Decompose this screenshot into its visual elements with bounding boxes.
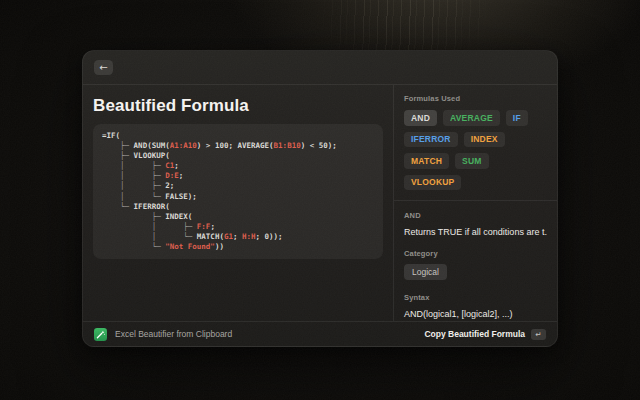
category-label: Category bbox=[404, 249, 547, 258]
function-description: Returns TRUE if all conditions are t... bbox=[404, 227, 547, 237]
back-arrow-icon: ← bbox=[99, 63, 107, 73]
page-title: Beautified Formula bbox=[93, 96, 383, 116]
formula-line: └─ IFERROR( bbox=[102, 202, 374, 212]
formula-tag-index[interactable]: INDEX bbox=[464, 132, 505, 148]
formula-line: =IF( bbox=[102, 131, 374, 141]
app-name: Excel Beautifier from Clipboard bbox=[115, 329, 232, 339]
formula-code-block: =IF( ├─ AND(SUM(A1:A10) > 100; AVERAGE(B… bbox=[93, 124, 383, 259]
formula-line: │ ├─ D:E; bbox=[102, 171, 374, 181]
function-name-label: AND bbox=[404, 211, 547, 220]
formula-line: ├─ VLOOKUP( bbox=[102, 151, 374, 161]
formula-line: │ └─ FALSE); bbox=[102, 192, 374, 202]
back-button[interactable]: ← bbox=[94, 60, 113, 75]
window-main: Beautified Formula =IF( ├─ AND(SUM(A1:A1… bbox=[83, 85, 557, 321]
formula-tag-vlookup[interactable]: VLOOKUP bbox=[404, 175, 461, 191]
formula-tag-if[interactable]: IF bbox=[506, 110, 528, 126]
enter-key-icon: ↵ bbox=[531, 329, 546, 340]
formula-line: ├─ INDEX( bbox=[102, 212, 374, 222]
formula-line: ├─ AND(SUM(A1:A10) > 100; AVERAGE(B1:B10… bbox=[102, 141, 374, 151]
formula-line: │ ├─ C1; bbox=[102, 161, 374, 171]
category-badge: Logical bbox=[404, 264, 447, 280]
excel-beautifier-icon bbox=[94, 328, 107, 341]
extension-window: ← Beautified Formula =IF( ├─ AND(SUM(A1:… bbox=[82, 50, 558, 347]
formula-line: └─ "Not Found")) bbox=[102, 242, 374, 252]
formula-line: │ ├─ F:F; bbox=[102, 222, 374, 232]
formula-tag-average[interactable]: AVERAGE bbox=[443, 110, 500, 126]
formula-line: │ ├─ 2; bbox=[102, 181, 374, 191]
syntax-value: AND(logical1, [logical2], ...) bbox=[404, 309, 547, 319]
formulas-used-label: Formulas Used bbox=[404, 94, 547, 103]
formula-tag-and[interactable]: AND bbox=[404, 110, 437, 126]
panel-divider bbox=[394, 200, 557, 201]
formula-tags: ANDAVERAGEIFIFERRORINDEXMATCHSUMVLOOKUP bbox=[404, 110, 547, 190]
formula-tag-sum[interactable]: SUM bbox=[455, 153, 489, 169]
window-header: ← bbox=[83, 51, 557, 85]
formula-tag-match[interactable]: MATCH bbox=[404, 153, 449, 169]
syntax-label: Syntax bbox=[404, 293, 547, 302]
window-footer: Excel Beautifier from Clipboard Copy Bea… bbox=[83, 321, 557, 346]
footer-app-info: Excel Beautifier from Clipboard bbox=[94, 328, 232, 341]
formula-panel: Beautified Formula =IF( ├─ AND(SUM(A1:A1… bbox=[83, 85, 393, 321]
formula-tag-iferror[interactable]: IFERROR bbox=[404, 132, 458, 148]
metadata-panel: Formulas Used ANDAVERAGEIFIFERRORINDEXMA… bbox=[393, 85, 557, 321]
primary-action-label: Copy Beautified Formula bbox=[424, 329, 525, 339]
formula-line: │ └─ MATCH(G1; H:H; 0)); bbox=[102, 232, 374, 242]
copy-formula-action[interactable]: Copy Beautified Formula ↵ bbox=[424, 329, 546, 340]
